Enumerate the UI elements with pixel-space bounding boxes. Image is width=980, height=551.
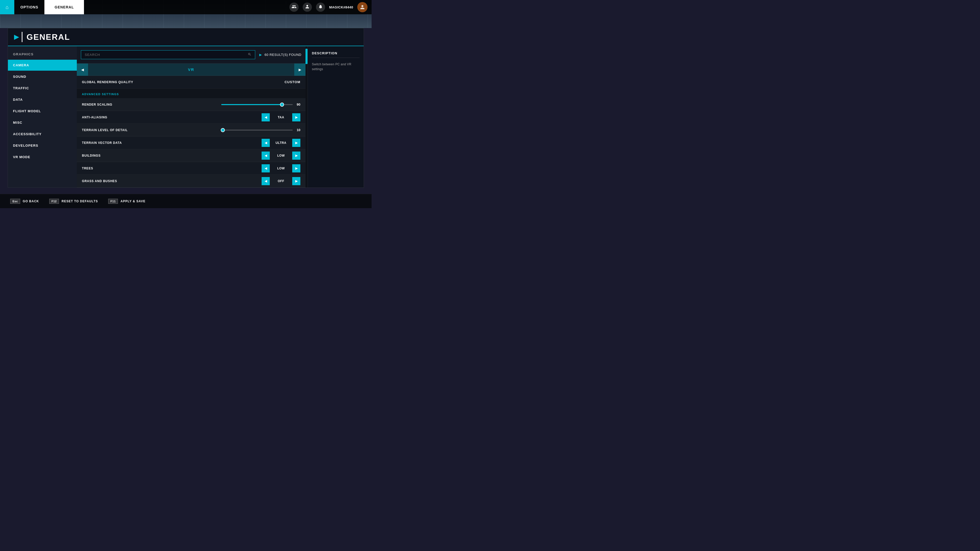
results-count: ▶ 60 RESULT(S) FOUND	[259, 53, 301, 57]
reset-defaults-action[interactable]: F12 RESET TO DEFAULTS	[49, 199, 98, 204]
render-scaling-fill	[221, 104, 282, 105]
settings-area: ▶ 60 RESULT(S) FOUND ◀ VR ▶	[77, 46, 305, 187]
sidebar-item-traffic[interactable]: TRAFFIC	[8, 83, 77, 94]
render-scaling-track[interactable]	[221, 104, 293, 105]
vr-next-button[interactable]: ▶	[294, 64, 305, 76]
vr-right-arrow-icon: ▶	[299, 68, 301, 72]
anti-aliasing-selector: ◀ TAA ▶	[262, 113, 301, 121]
sidebar: GRAPHICS CAMERA SOUND TRAFFIC DATA FLIGH…	[8, 46, 77, 187]
grass-bushes-prev-button[interactable]: ◀	[262, 177, 270, 185]
render-scaling-row: RENDER SCALING 90	[77, 98, 305, 111]
terrain-vector-next-button[interactable]: ▶	[292, 139, 301, 147]
buildings-selector: ◀ LOW ▶	[262, 151, 301, 160]
trees-value: LOW	[271, 167, 291, 170]
terrain-vector-value: ULTRA	[271, 141, 291, 144]
anti-aliasing-prev-button[interactable]: ◀	[262, 113, 270, 121]
grass-bushes-value: OFF	[271, 179, 291, 183]
terrain-lod-slider[interactable]	[221, 130, 293, 130]
nav-right-section: MAGICK#8440	[290, 2, 372, 12]
trees-next-button[interactable]: ▶	[292, 164, 301, 172]
description-title: DESCRIPTION	[312, 51, 360, 58]
search-input[interactable]	[85, 53, 248, 57]
bottom-bar: Esc GO BACK F12 RESET TO DEFAULTS F11 AP…	[0, 194, 372, 208]
esc-key-badge: Esc	[10, 199, 20, 204]
page-title: GENERAL	[27, 32, 70, 42]
sidebar-item-camera[interactable]: CAMERA	[8, 60, 77, 71]
trees-label: TREES	[82, 167, 262, 170]
buildings-prev-button[interactable]: ◀	[262, 151, 270, 160]
content-area: GRAPHICS CAMERA SOUND TRAFFIC DATA FLIGH…	[8, 46, 364, 187]
scrollbar-thumb[interactable]	[305, 49, 307, 64]
render-scaling-label: RENDER SCALING	[82, 103, 221, 106]
description-text: Switch between PC and VR settings	[312, 62, 360, 72]
anti-aliasing-label: ANTI-ALIASING	[82, 116, 262, 119]
terrain-vector-row: TERRAIN VECTOR DATA ◀ ULTRA ▶	[77, 137, 305, 149]
search-icon	[248, 52, 251, 57]
buildings-row: BUILDINGS ◀ LOW ▶	[77, 149, 305, 162]
terrain-vector-selector: ◀ ULTRA ▶	[262, 139, 301, 147]
vr-label: VR	[88, 67, 294, 72]
terrain-vector-prev-button[interactable]: ◀	[262, 139, 270, 147]
options-nav-item[interactable]: OPTIONS	[14, 0, 45, 14]
sidebar-item-flight-model[interactable]: FLIGHT MODEL	[8, 106, 77, 117]
panel-header: ▶ GENERAL	[8, 28, 364, 46]
search-bar: ▶ 60 RESULT(S) FOUND	[77, 46, 305, 64]
sidebar-item-developers[interactable]: DEVELOPERS	[8, 140, 77, 151]
render-scaling-thumb[interactable]	[280, 103, 284, 106]
user-avatar[interactable]	[357, 2, 368, 12]
terrain-vector-label: TERRAIN VECTOR DATA	[82, 141, 262, 144]
sidebar-item-misc[interactable]: MISC	[8, 117, 77, 128]
group-icon-button[interactable]	[290, 3, 299, 12]
bell-icon	[318, 4, 323, 10]
anti-aliasing-next-button[interactable]: ▶	[292, 113, 301, 121]
sidebar-item-data[interactable]: DATA	[8, 94, 77, 105]
grass-bushes-row: GRASS AND BUSHES ◀ OFF ▶	[77, 175, 305, 187]
buildings-label: BUILDINGS	[82, 154, 262, 157]
sidebar-item-sound[interactable]: SOUND	[8, 71, 77, 82]
user-icon-button[interactable]	[303, 3, 312, 12]
anti-aliasing-row: ANTI-ALIASING ◀ TAA ▶	[77, 111, 305, 124]
results-arrow-icon: ▶	[259, 53, 262, 57]
advanced-settings-label: ADVANCED SETTINGS	[82, 93, 119, 96]
description-panel: DESCRIPTION Switch between PC and VR set…	[307, 46, 364, 187]
f11-key-badge: F11	[108, 199, 118, 204]
quality-row: GLOBAL RENDERING QUALITY CUSTOM	[77, 76, 305, 89]
terrain-lod-label: TERRAIN LEVEL OF DETAIL	[82, 128, 221, 132]
main-panel: ▶ GENERAL GRAPHICS CAMERA SOUND TRAFFIC …	[8, 28, 364, 188]
header-arrow-icon: ▶	[14, 33, 19, 41]
render-scaling-slider[interactable]	[221, 104, 293, 105]
quality-label: GLOBAL RENDERING QUALITY	[82, 80, 285, 84]
apply-save-label: APPLY & SAVE	[121, 200, 145, 203]
apply-save-action[interactable]: F11 APPLY & SAVE	[108, 199, 145, 204]
terrain-lod-thumb[interactable]	[221, 128, 225, 132]
vr-toggle-bar: ◀ VR ▶	[77, 64, 305, 76]
trees-prev-button[interactable]: ◀	[262, 164, 270, 172]
settings-content: ◀ VR ▶ GLOBAL RENDERING QUALITY CUSTOM A…	[77, 64, 305, 187]
home-button[interactable]: ⌂	[0, 0, 14, 14]
notification-icon-button[interactable]	[316, 3, 325, 12]
header-divider	[22, 32, 22, 42]
grass-bushes-next-button[interactable]: ▶	[292, 177, 301, 185]
vr-prev-button[interactable]: ◀	[77, 64, 88, 76]
buildings-value: LOW	[271, 154, 291, 157]
home-icon: ⌂	[6, 4, 9, 10]
search-input-wrapper[interactable]	[81, 50, 255, 59]
f12-key-badge: F12	[49, 199, 59, 204]
terrain-lod-track[interactable]	[221, 130, 293, 130]
trees-row: TREES ◀ LOW ▶	[77, 162, 305, 175]
anti-aliasing-value: TAA	[271, 116, 291, 119]
sidebar-item-accessibility[interactable]: ACCESSIBILITY	[8, 129, 77, 140]
general-nav-item[interactable]: GENERAL	[45, 0, 84, 14]
grass-bushes-label: GRASS AND BUSHES	[82, 179, 262, 183]
go-back-action[interactable]: Esc GO BACK	[10, 199, 39, 204]
reset-defaults-label: RESET TO DEFAULTS	[62, 200, 98, 203]
advanced-settings-header: ADVANCED SETTINGS	[77, 89, 305, 98]
group-icon	[291, 4, 297, 10]
render-scaling-value: 90	[293, 103, 301, 106]
scrollbar[interactable]	[305, 46, 307, 187]
go-back-label: GO BACK	[23, 200, 39, 203]
grass-bushes-selector: ◀ OFF ▶	[262, 177, 301, 185]
sidebar-item-vr-mode[interactable]: VR MODE	[8, 151, 77, 162]
vr-left-arrow-icon: ◀	[81, 68, 84, 72]
buildings-next-button[interactable]: ▶	[292, 151, 301, 160]
